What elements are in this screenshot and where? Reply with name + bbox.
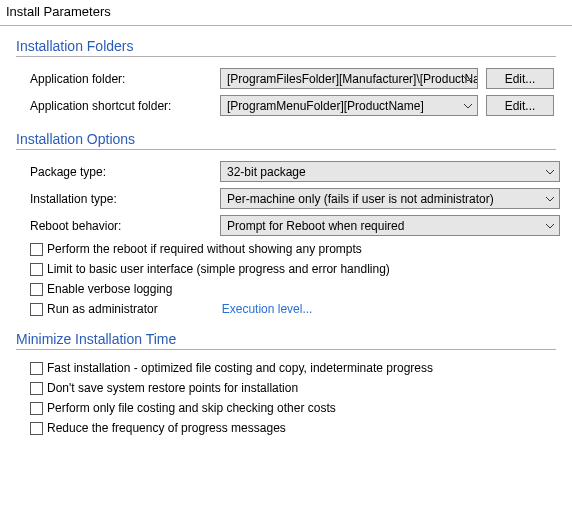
checkbox-label: Enable verbose logging bbox=[47, 282, 172, 296]
checkbox-label: Perform only file costing and skip check… bbox=[47, 401, 336, 415]
section-title-options: Installation Options bbox=[16, 131, 556, 147]
section-title-minimize: Minimize Installation Time bbox=[16, 331, 556, 347]
edit-app-folder-button[interactable]: Edit... bbox=[486, 68, 554, 89]
check-row-run-admin: Run as administrator Execution level... bbox=[16, 299, 556, 319]
checkbox-label: Perform the reboot if required without s… bbox=[47, 242, 362, 256]
row-application-folder: Application folder: [ProgramFilesFolder]… bbox=[16, 65, 556, 92]
link-execution-level[interactable]: Execution level... bbox=[222, 302, 313, 316]
label-installation-type: Installation type: bbox=[30, 192, 220, 206]
section-title-folders: Installation Folders bbox=[16, 38, 556, 54]
chevron-down-icon bbox=[545, 223, 555, 229]
checkbox-reduce-progress[interactable] bbox=[30, 422, 43, 435]
page-title: Install Parameters bbox=[0, 0, 572, 25]
check-row-file-costing-only: Perform only file costing and skip check… bbox=[16, 398, 556, 418]
check-row-perform-reboot: Perform the reboot if required without s… bbox=[16, 239, 556, 259]
checkbox-basic-ui[interactable] bbox=[30, 263, 43, 276]
checkbox-label: Don't save system restore points for ins… bbox=[47, 381, 298, 395]
combo-package-type-value: 32-bit package bbox=[227, 165, 306, 179]
row-package-type: Package type: 32-bit package bbox=[16, 158, 556, 185]
combo-reboot-behavior-value: Prompt for Reboot when required bbox=[227, 219, 404, 233]
checkbox-file-costing-only[interactable] bbox=[30, 402, 43, 415]
label-reboot-behavior: Reboot behavior: bbox=[30, 219, 220, 233]
section-installation-options: Installation Options Package type: 32-bi… bbox=[0, 119, 572, 319]
combo-installation-type[interactable]: Per-machine only (fails if user is not a… bbox=[220, 188, 560, 209]
combo-application-shortcut-folder-value: [ProgramMenuFolder][ProductName] bbox=[227, 99, 424, 113]
combo-application-folder[interactable]: [ProgramFilesFolder][Manufacturer]\[Prod… bbox=[220, 68, 478, 89]
label-application-shortcut-folder: Application shortcut folder: bbox=[30, 99, 220, 113]
checkbox-fast-installation[interactable] bbox=[30, 362, 43, 375]
checkbox-perform-reboot[interactable] bbox=[30, 243, 43, 256]
label-application-folder: Application folder: bbox=[30, 72, 220, 86]
section-installation-folders: Installation Folders Application folder:… bbox=[0, 26, 572, 119]
row-installation-type: Installation type: Per-machine only (fai… bbox=[16, 185, 556, 212]
combo-application-shortcut-folder[interactable]: [ProgramMenuFolder][ProductName] bbox=[220, 95, 478, 116]
checkbox-verbose-logging[interactable] bbox=[30, 283, 43, 296]
checkbox-label: Limit to basic user interface (simple pr… bbox=[47, 262, 390, 276]
section-underline bbox=[16, 149, 556, 150]
combo-application-folder-value: [ProgramFilesFolder][Manufacturer]\[Prod… bbox=[227, 72, 478, 86]
check-row-fast-installation: Fast installation - optimized file costi… bbox=[16, 358, 556, 378]
label-package-type: Package type: bbox=[30, 165, 220, 179]
row-application-shortcut-folder: Application shortcut folder: [ProgramMen… bbox=[16, 92, 556, 119]
check-row-verbose-logging: Enable verbose logging bbox=[16, 279, 556, 299]
chevron-down-icon bbox=[545, 196, 555, 202]
check-row-reduce-progress: Reduce the frequency of progress message… bbox=[16, 418, 556, 438]
check-row-no-restore-points: Don't save system restore points for ins… bbox=[16, 378, 556, 398]
section-minimize-installation-time: Minimize Installation Time Fast installa… bbox=[0, 319, 572, 438]
check-row-basic-ui: Limit to basic user interface (simple pr… bbox=[16, 259, 556, 279]
row-reboot-behavior: Reboot behavior: Prompt for Reboot when … bbox=[16, 212, 556, 239]
checkbox-label: Fast installation - optimized file costi… bbox=[47, 361, 433, 375]
chevron-down-icon bbox=[463, 103, 473, 109]
checkbox-run-admin[interactable] bbox=[30, 303, 43, 316]
edit-shortcut-folder-button[interactable]: Edit... bbox=[486, 95, 554, 116]
checkbox-label: Reduce the frequency of progress message… bbox=[47, 421, 286, 435]
checkbox-label: Run as administrator bbox=[47, 302, 158, 316]
section-underline bbox=[16, 56, 556, 57]
combo-reboot-behavior[interactable]: Prompt for Reboot when required bbox=[220, 215, 560, 236]
checkbox-no-restore-points[interactable] bbox=[30, 382, 43, 395]
section-underline bbox=[16, 349, 556, 350]
combo-installation-type-value: Per-machine only (fails if user is not a… bbox=[227, 192, 494, 206]
chevron-down-icon bbox=[545, 169, 555, 175]
combo-package-type[interactable]: 32-bit package bbox=[220, 161, 560, 182]
